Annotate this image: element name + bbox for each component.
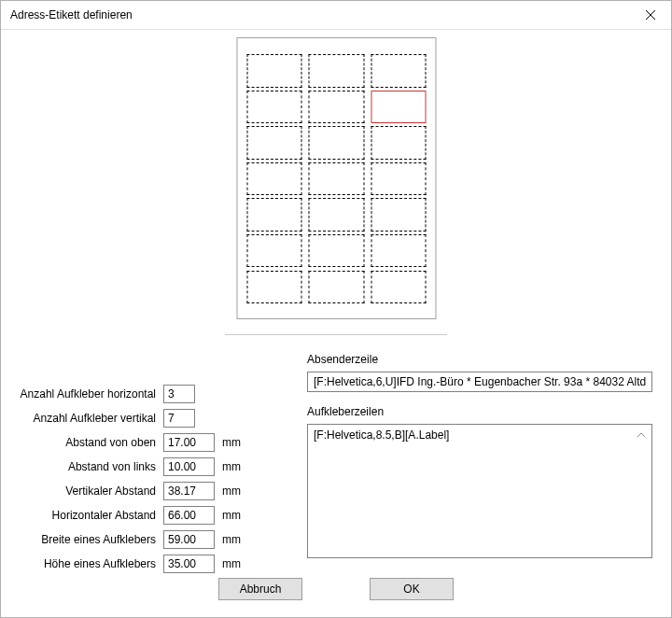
aufkleber-content: [F:Helvetica,8.5,B][A.Label] bbox=[314, 428, 449, 442]
titlebar: Adress-Etikett definieren bbox=[1, 1, 671, 30]
row-margin-top: Abstand von oben mm bbox=[16, 431, 296, 454]
preview-label-cell[interactable] bbox=[246, 162, 302, 195]
row-margin-left: Abstand von links mm bbox=[16, 456, 296, 478]
label-margin-left: Abstand von links bbox=[16, 460, 163, 473]
preview-label-cell[interactable] bbox=[371, 162, 427, 195]
label-margin-top: Abstand von oben bbox=[16, 436, 163, 449]
label-preview-area bbox=[236, 37, 437, 319]
dialog-window: Adress-Etikett definieren Anzahl Aufkleb… bbox=[0, 0, 672, 618]
ok-button[interactable]: OK bbox=[370, 578, 454, 600]
unit-margin-left: mm bbox=[222, 460, 241, 473]
row-count-vertical: Anzahl Aufkleber vertikal bbox=[16, 407, 296, 429]
preview-label-cell[interactable] bbox=[246, 271, 302, 303]
close-button[interactable] bbox=[629, 1, 671, 29]
input-vertical-pitch[interactable] bbox=[163, 482, 215, 500]
absender-label: Absenderzeile bbox=[307, 353, 652, 366]
label-horizontal-pitch: Horizontaler Abstand bbox=[16, 509, 163, 522]
divider-line bbox=[225, 334, 447, 335]
input-margin-left[interactable] bbox=[163, 457, 215, 476]
window-title: Adress-Etikett definieren bbox=[10, 8, 629, 21]
preview-label-cell[interactable] bbox=[246, 54, 302, 87]
label-vertical-pitch: Vertikaler Abstand bbox=[16, 485, 163, 498]
absender-input[interactable] bbox=[307, 372, 652, 392]
label-count-horizontal: Anzahl Aufkleber horizontal bbox=[16, 387, 163, 400]
cancel-button[interactable]: Abbruch bbox=[218, 578, 302, 600]
preview-label-cell[interactable] bbox=[246, 198, 302, 231]
label-count-vertical: Anzahl Aufkleber vertikal bbox=[16, 412, 163, 425]
preview-label-cell[interactable] bbox=[371, 271, 427, 303]
input-label-height[interactable] bbox=[163, 555, 215, 573]
preview-label-cell[interactable] bbox=[371, 234, 427, 267]
aufkleber-textarea[interactable]: [F:Helvetica,8.5,B][A.Label] bbox=[307, 424, 652, 558]
row-count-horizontal: Anzahl Aufkleber horizontal bbox=[16, 383, 296, 405]
preview-label-cell[interactable] bbox=[309, 271, 365, 303]
dialog-body: Anzahl Aufkleber horizontal Anzahl Aufkl… bbox=[1, 30, 671, 617]
preview-label-cell[interactable] bbox=[309, 198, 365, 231]
preview-label-cell[interactable] bbox=[371, 198, 427, 231]
input-label-width[interactable] bbox=[163, 530, 215, 549]
button-bar: Abbruch OK bbox=[1, 578, 671, 600]
unit-label-width: mm bbox=[222, 533, 241, 546]
preview-label-cell[interactable] bbox=[371, 126, 427, 159]
input-margin-top[interactable] bbox=[163, 433, 215, 452]
unit-margin-top: mm bbox=[222, 436, 241, 449]
unit-vertical-pitch: mm bbox=[222, 485, 241, 498]
preview-label-cell[interactable] bbox=[309, 162, 365, 195]
input-count-horizontal[interactable] bbox=[163, 385, 195, 403]
preview-label-cell[interactable] bbox=[246, 234, 302, 267]
layout-parameters: Anzahl Aufkleber horizontal Anzahl Aufkl… bbox=[16, 383, 296, 577]
preview-label-cell[interactable] bbox=[246, 91, 302, 123]
unit-horizontal-pitch: mm bbox=[222, 509, 241, 522]
row-label-height: Höhe eines Aufklebers mm bbox=[16, 553, 296, 575]
preview-label-cell[interactable] bbox=[371, 54, 427, 87]
input-horizontal-pitch[interactable] bbox=[163, 506, 215, 525]
close-icon bbox=[646, 10, 655, 20]
preview-label-cell[interactable] bbox=[309, 126, 365, 159]
preview-label-cell[interactable] bbox=[309, 234, 365, 267]
label-sheet-preview bbox=[236, 37, 436, 319]
preview-label-cell[interactable] bbox=[246, 126, 302, 159]
aufkleber-label: Aufkleberzeilen bbox=[307, 405, 652, 418]
label-label-height: Höhe eines Aufklebers bbox=[16, 557, 163, 570]
preview-label-cell[interactable] bbox=[309, 91, 365, 123]
preview-label-cell[interactable] bbox=[309, 54, 365, 87]
content-parameters: Absenderzeile Aufkleberzeilen [F:Helveti… bbox=[307, 353, 652, 558]
scroll-up-icon bbox=[634, 428, 649, 442]
preview-label-cell[interactable] bbox=[371, 91, 427, 123]
row-horizontal-pitch: Horizontaler Abstand mm bbox=[16, 504, 296, 527]
input-count-vertical[interactable] bbox=[163, 409, 195, 428]
row-label-width: Breite eines Aufklebers mm bbox=[16, 528, 296, 551]
label-label-width: Breite eines Aufklebers bbox=[16, 533, 163, 546]
unit-label-height: mm bbox=[222, 557, 241, 570]
row-vertical-pitch: Vertikaler Abstand mm bbox=[16, 480, 296, 502]
